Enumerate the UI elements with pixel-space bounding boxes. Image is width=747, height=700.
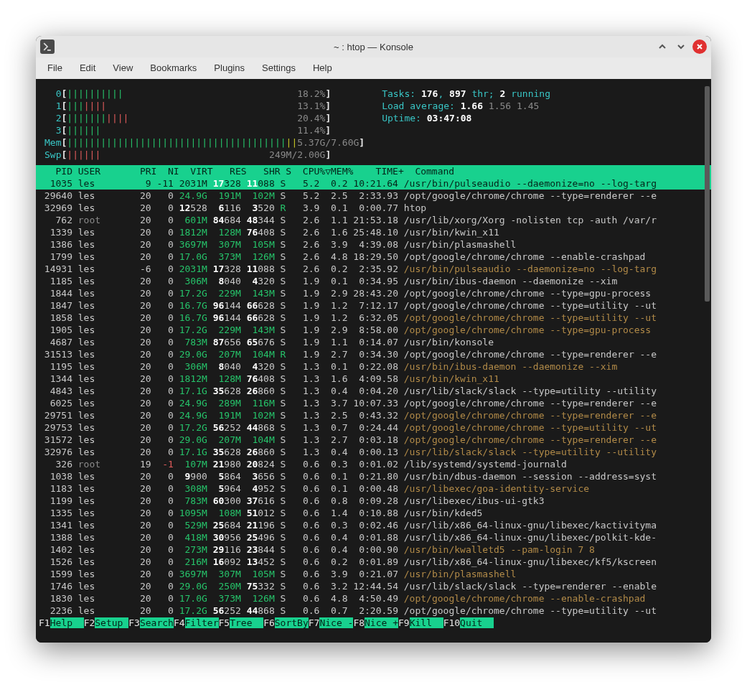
process-row[interactable]: 29640 les 20 0 24.9G 191M 102M S 5.2 2.5…	[36, 190, 711, 202]
process-row[interactable]: 1799 les 20 0 17.0G 373M 126M S 2.6 4.8 …	[36, 251, 711, 263]
menu-item-plugins[interactable]: Plugins	[205, 57, 253, 79]
cpu-meter-2: 2[||||||||||| 20.4%]	[44, 112, 365, 124]
process-row[interactable]: 14931 les -6 0 2031M 17328 11088 S 2.6 0…	[36, 263, 711, 275]
fkey-label-f7[interactable]: Nice -	[319, 617, 353, 628]
process-row[interactable]: 326 root 19 -1 107M 21980 20824 S 0.6 0.…	[36, 458, 711, 470]
process-row[interactable]: 1386 les 20 0 3697M 307M 105M S 2.6 3.9 …	[36, 238, 711, 251]
mem-meter: Mem[||||||||||||||||||||||||||||||||||||…	[44, 136, 365, 149]
title-bar: ~ : htop — Konsole	[36, 36, 711, 57]
close-button[interactable]	[692, 39, 707, 54]
menu-item-help[interactable]: Help	[304, 57, 341, 79]
menu-item-view[interactable]: View	[104, 57, 141, 79]
process-row[interactable]: 4843 les 20 0 17.1G 35628 26860 S 1.3 0.…	[36, 385, 711, 397]
window-controls	[651, 39, 711, 54]
process-row[interactable]: 762 root 20 0 601M 84684 48344 S 2.6 1.1…	[36, 214, 711, 226]
process-row[interactable]: 1830 les 20 0 17.0G 373M 126M S 0.6 4.8 …	[36, 592, 711, 605]
process-row[interactable]: 32969 les 20 0 12528 6116 3520 R 3.9 0.1…	[36, 202, 711, 214]
process-row[interactable]: 1599 les 20 0 3697M 307M 105M S 0.6 3.9 …	[36, 568, 711, 580]
fkey-label-f1[interactable]: Help	[50, 617, 84, 628]
fkey-label-f9[interactable]: Kill	[410, 617, 443, 628]
fkey-label-f6[interactable]: SortBy	[275, 617, 309, 628]
fkey-label-f5[interactable]: Tree	[230, 617, 263, 628]
process-row[interactable]: 1038 les 20 0 9900 5864 3656 S 0.6 0.1 0…	[36, 470, 711, 482]
fkey-label-f8[interactable]: Nice +	[365, 617, 398, 628]
process-row[interactable]: 2236 les 20 0 17.2G 56252 44868 S 0.6 0.…	[36, 605, 711, 617]
process-row[interactable]: 31513 les 20 0 29.0G 207M 104M R 1.9 2.7…	[36, 348, 711, 360]
process-row[interactable]: 1183 les 20 0 308M 5964 4952 S 0.6 0.1 0…	[36, 482, 711, 495]
fkey-label-f2[interactable]: Setup	[95, 617, 128, 628]
process-row[interactable]: 1844 les 20 0 17.2G 229M 143M S 1.9 2.9 …	[36, 287, 711, 299]
window-title: ~ : htop — Konsole	[36, 42, 711, 52]
fkey-label-f4[interactable]: Filter	[185, 617, 219, 628]
terminal-view[interactable]: 0[|||||||||| 18.2%] 1[||||||| 13.1%] 2[|…	[36, 79, 711, 643]
scrollbar[interactable]	[705, 86, 710, 302]
fkey-f10[interactable]: F10	[443, 617, 460, 628]
process-row[interactable]: 32976 les 20 0 17.1G 35628 26860 S 1.3 0…	[36, 446, 711, 458]
menu-bar: FileEditViewBookmarksPluginsSettingsHelp	[36, 57, 711, 79]
minimize-button[interactable]	[655, 39, 670, 54]
process-table-header[interactable]: PID USER PRI NI VIRT RES SHR S CPU%▽MEM%…	[36, 165, 711, 177]
process-row[interactable]: 6025 les 20 0 24.9G 289M 116M S 1.3 3.7 …	[36, 397, 711, 409]
process-row[interactable]: 1526 les 20 0 216M 16092 13452 S 0.6 0.2…	[36, 556, 711, 568]
menu-item-bookmarks[interactable]: Bookmarks	[141, 57, 205, 79]
process-row[interactable]: 29753 les 20 0 17.2G 56252 44868 S 1.3 0…	[36, 421, 711, 434]
konsole-window: ~ : htop — Konsole FileEditViewBookmarks…	[36, 36, 711, 643]
process-row[interactable]: 1746 les 20 0 29.0G 250M 75332 S 0.6 3.2…	[36, 580, 711, 592]
process-row[interactable]: 1344 les 20 0 1812M 128M 76408 S 1.3 1.6…	[36, 373, 711, 385]
fkey-f1[interactable]: F1	[39, 617, 50, 628]
htop-meters: 0[|||||||||| 18.2%] 1[||||||| 13.1%] 2[|…	[44, 88, 703, 161]
fkey-f4[interactable]: F4	[174, 617, 185, 628]
fkey-label-f10[interactable]: Quit	[460, 617, 494, 628]
fkey-f2[interactable]: F2	[84, 617, 95, 628]
uptime: Uptime: 03:47:08	[382, 112, 550, 124]
process-row[interactable]: 1185 les 20 0 306M 8040 4320 S 1.9 0.1 0…	[36, 275, 711, 287]
menu-item-settings[interactable]: Settings	[253, 57, 304, 79]
cpu-meter-1: 1[||||||| 13.1%]	[44, 100, 365, 112]
process-row[interactable]: 1847 les 20 0 16.7G 96144 66628 S 1.9 1.…	[36, 299, 711, 312]
menu-item-file[interactable]: File	[39, 57, 71, 79]
fkey-f9[interactable]: F9	[398, 617, 410, 628]
cpu-meter-0: 0[|||||||||| 18.2%]	[44, 88, 365, 100]
maximize-button[interactable]	[674, 39, 688, 54]
process-row[interactable]: 1341 les 20 0 529M 25684 21196 S 0.6 0.3…	[36, 519, 711, 531]
process-row[interactable]: 1035 les 9 -11 2031M 17328 11088 S 5.2 0…	[36, 177, 711, 190]
fkey-f6[interactable]: F6	[263, 617, 275, 628]
process-row[interactable]: 1402 les 20 0 273M 29116 23844 S 0.6 0.4…	[36, 543, 711, 556]
cpu-meter-3: 3[|||||| 11.4%]	[44, 124, 365, 136]
process-row[interactable]: 4687 les 20 0 783M 87656 65676 S 1.9 1.1…	[36, 336, 711, 348]
process-row[interactable]: 1195 les 20 0 306M 8040 4320 S 1.3 0.1 0…	[36, 360, 711, 373]
process-row[interactable]: 1858 les 20 0 16.7G 96144 66628 S 1.9 1.…	[36, 312, 711, 324]
process-row[interactable]: 1339 les 20 0 1812M 128M 76408 S 2.6 1.6…	[36, 226, 711, 238]
swap-meter: Swp[|||||| 249M/2.00G]	[44, 149, 365, 161]
fkey-label-f3[interactable]: Search	[140, 617, 174, 628]
fkey-f8[interactable]: F8	[353, 617, 365, 628]
process-row[interactable]: 1905 les 20 0 17.2G 229M 143M S 1.9 2.9 …	[36, 324, 711, 336]
fkey-f5[interactable]: F5	[219, 617, 230, 628]
process-row[interactable]: 1388 les 20 0 418M 30956 25496 S 0.6 0.4…	[36, 531, 711, 543]
tasks-summary: Tasks: 176, 897 thr; 2 running	[382, 88, 550, 100]
process-row[interactable]: 1199 les 20 0 783M 60300 37616 S 0.6 0.8…	[36, 495, 711, 507]
menu-item-edit[interactable]: Edit	[71, 57, 104, 79]
function-key-bar[interactable]: F1Help F2Setup F3SearchF4FilterF5Tree F6…	[36, 617, 711, 629]
process-row[interactable]: 1335 les 20 0 1095M 108M 51012 S 0.6 1.4…	[36, 507, 711, 519]
load-average: Load average: 1.66 1.56 1.45	[382, 100, 550, 112]
fkey-f3[interactable]: F3	[128, 617, 140, 628]
process-row[interactable]: 31572 les 20 0 29.0G 207M 104M S 1.3 2.7…	[36, 434, 711, 446]
konsole-app-icon	[40, 39, 55, 54]
process-row[interactable]: 29751 les 20 0 24.9G 191M 102M S 1.3 2.5…	[36, 409, 711, 421]
fkey-f7[interactable]: F7	[309, 617, 320, 628]
process-table[interactable]: 1035 les 9 -11 2031M 17328 11088 S 5.2 0…	[36, 177, 711, 617]
